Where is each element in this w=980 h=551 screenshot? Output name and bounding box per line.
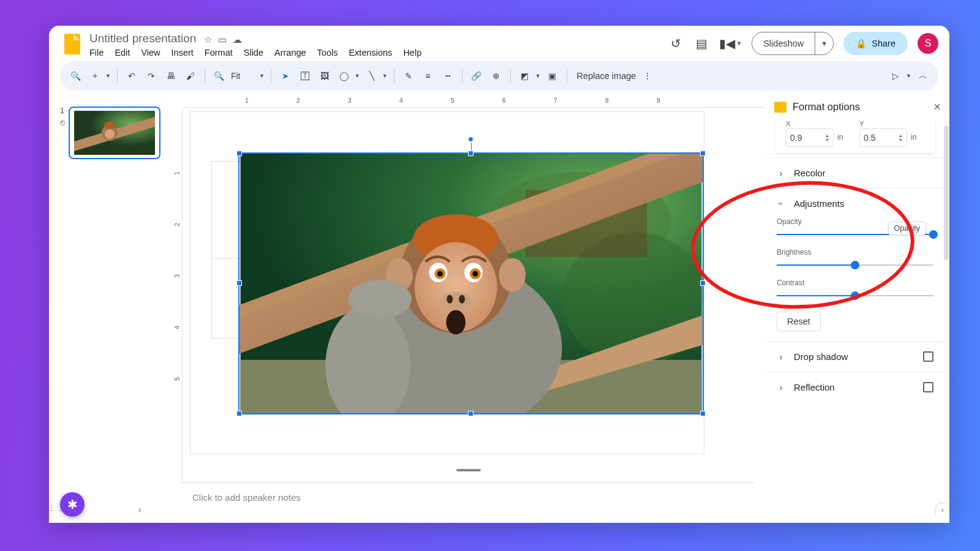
border-weight-icon[interactable]: ≡ <box>420 67 436 84</box>
resize-handle-tr[interactable] <box>700 151 706 156</box>
shape-icon[interactable]: ◯ <box>336 67 352 84</box>
print-button[interactable]: 🖶 <box>163 67 179 84</box>
slide-canvas[interactable] <box>190 111 704 454</box>
ruler-vertical: 1 2 3 4 5 <box>172 108 183 486</box>
menu-file[interactable]: File <box>89 48 104 58</box>
comments-icon[interactable]: ▤ <box>693 36 709 51</box>
video-icon: ▮◀ <box>719 36 735 51</box>
slide-number: 1 <box>60 107 65 115</box>
resize-handle-l[interactable] <box>236 280 242 286</box>
share-button[interactable]: 🔒 Share <box>843 32 908 55</box>
line-icon[interactable]: ╲ <box>364 67 380 84</box>
menu-edit[interactable]: Edit <box>115 48 130 58</box>
border-color-icon[interactable]: ✎ <box>401 67 417 84</box>
slide-thumbnail[interactable] <box>69 107 160 159</box>
notes-drag-handle[interactable] <box>456 469 481 471</box>
format-options-panel: Format options × X 0.9▲▼ in Y 0 <box>766 96 949 523</box>
link-icon[interactable]: 🔗 <box>469 67 484 84</box>
brightness-slider[interactable] <box>777 260 933 270</box>
meet-button[interactable]: ▮◀▼ <box>719 36 742 51</box>
lock-icon: 🔒 <box>856 39 867 49</box>
adjustments-header[interactable]: ›Adjustments <box>777 198 933 209</box>
image-icon[interactable]: 🖼 <box>317 67 333 84</box>
menu-arrange[interactable]: Arrange <box>274 48 306 58</box>
section-reflection[interactable]: ›Reflection <box>766 372 944 402</box>
resize-handle-b[interactable] <box>468 411 473 416</box>
svg-point-27 <box>440 292 472 312</box>
menu-slide[interactable]: Slide <box>244 48 263 58</box>
sidebar-scrollbar[interactable] <box>943 122 949 517</box>
resize-handle-r[interactable] <box>700 280 706 286</box>
selected-image[interactable] <box>238 152 704 414</box>
menu-insert[interactable]: Insert <box>172 48 194 58</box>
svg-point-20 <box>499 258 526 291</box>
search-menus-icon[interactable]: 🔍 <box>67 67 83 84</box>
x-input[interactable]: 0.9▲▼ <box>786 129 834 147</box>
x-label: X <box>786 120 851 127</box>
format-options-icon <box>774 102 786 113</box>
chevron-right-icon: › <box>777 168 785 178</box>
reset-button[interactable]: Reset <box>777 312 821 331</box>
account-avatar[interactable]: S <box>918 33 938 54</box>
image-content <box>239 154 703 413</box>
comment-add-icon[interactable]: ⊕ <box>488 67 504 84</box>
close-panel-icon[interactable]: × <box>933 100 941 114</box>
section-drop-shadow[interactable]: ›Drop shadow <box>766 341 944 372</box>
menu-bar: File Edit View Insert Format Slide Arran… <box>89 48 421 58</box>
resize-handle-bl[interactable] <box>236 411 242 416</box>
replace-image-button[interactable]: Replace image <box>577 71 636 81</box>
star-icon[interactable]: ☆ <box>204 34 212 45</box>
svg-point-4 <box>105 129 115 139</box>
collapse-filmstrip-icon[interactable]: ‹ <box>138 504 141 514</box>
toolbar: 🔍 ＋▼ ↶ ↷ 🖶 🖌 🔍 ▼ ➤ 🅃 🖼 ◯▼ ╲▼ ✎ ≡ ┅ 🔗 ⊕ ◩… <box>60 61 938 91</box>
mask-icon[interactable]: ▣ <box>545 67 560 84</box>
contrast-slider[interactable] <box>777 291 933 301</box>
border-dash-icon[interactable]: ┅ <box>440 67 456 84</box>
more-icon[interactable]: ⋮ <box>639 67 655 84</box>
history-icon[interactable]: ↺ <box>668 36 684 51</box>
undo-button[interactable]: ↶ <box>124 67 140 84</box>
document-title[interactable]: Untitled presentation <box>89 32 196 45</box>
slides-logo-icon[interactable] <box>60 32 85 56</box>
redo-button[interactable]: ↷ <box>143 67 159 84</box>
crop-icon[interactable]: ◩ <box>517 67 533 84</box>
drop-shadow-checkbox[interactable] <box>923 351 933 362</box>
rotate-handle[interactable] <box>468 137 473 142</box>
x-unit: in <box>837 133 843 141</box>
y-unit: in <box>911 133 917 141</box>
menu-help[interactable]: Help <box>403 48 421 58</box>
menu-view[interactable]: View <box>141 48 160 58</box>
new-slide-button[interactable]: ＋ <box>87 67 103 84</box>
menu-tools[interactable]: Tools <box>317 48 338 58</box>
explore-fab[interactable]: ✱ <box>60 492 85 517</box>
motion-icon[interactable]: ▷ <box>888 67 903 84</box>
svg-point-30 <box>446 310 466 335</box>
resize-handle-tl[interactable] <box>236 151 242 156</box>
section-adjustments: ›Adjustments Opacity Opacity Brightness … <box>766 188 944 341</box>
contrast-label: Contrast <box>777 279 933 287</box>
select-tool-icon[interactable]: ➤ <box>277 67 293 84</box>
svg-point-26 <box>472 271 478 277</box>
slideshow-dropdown[interactable]: ▼ <box>815 32 833 54</box>
filmstrip: 1 ⎋ <box>49 96 172 523</box>
reflection-checkbox[interactable] <box>923 382 933 392</box>
speaker-notes[interactable]: Click to add speaker notes <box>180 482 755 512</box>
menu-format[interactable]: Format <box>205 48 233 58</box>
section-recolor[interactable]: ›Recolor <box>766 157 944 188</box>
zoom-icon[interactable]: 🔍 <box>211 67 227 84</box>
slideshow-button[interactable]: Slideshow <box>752 39 815 48</box>
resize-handle-t[interactable] <box>468 151 473 156</box>
y-input[interactable]: 0.5▲▼ <box>859 129 907 147</box>
svg-point-31 <box>349 280 412 318</box>
resize-handle-br[interactable] <box>700 411 706 416</box>
paint-format-button[interactable]: 🖌 <box>183 67 198 84</box>
textbox-icon[interactable]: 🅃 <box>297 67 313 84</box>
svg-point-29 <box>459 295 465 304</box>
hide-menus-icon[interactable]: ︿ <box>915 67 931 84</box>
expand-corner-icon[interactable]: ‹ <box>936 503 949 517</box>
app-window: Untitled presentation ☆ ▭ ☁ File Edit Vi… <box>49 26 949 523</box>
move-icon[interactable]: ▭ <box>218 34 227 45</box>
menu-extensions[interactable]: Extensions <box>349 48 392 58</box>
zoom-select[interactable] <box>231 71 259 81</box>
cloud-status-icon[interactable]: ☁ <box>233 34 242 45</box>
